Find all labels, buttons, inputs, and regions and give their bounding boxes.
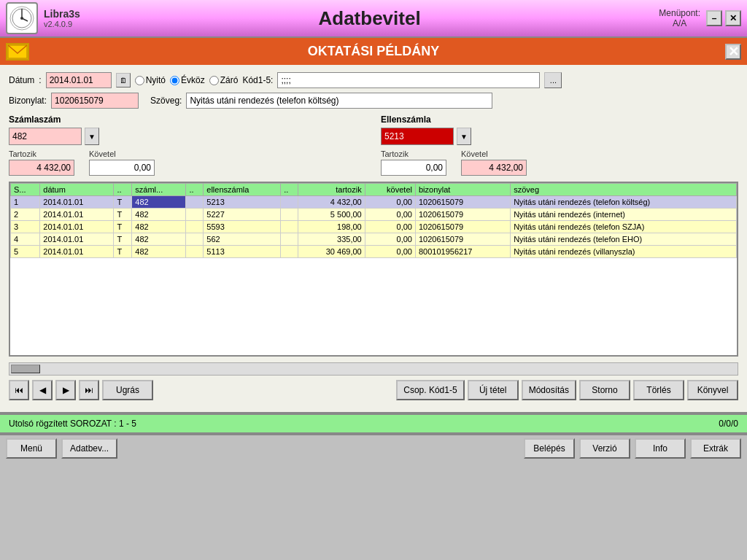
table-cell: 2014.01.01 — [40, 233, 114, 246]
table-cell: 1 — [11, 196, 40, 209]
modositas-button[interactable]: Módosítás — [522, 380, 576, 400]
szamlaszam-label: Számlaszám — [9, 114, 366, 125]
table-cell: 2014.01.01 — [40, 246, 114, 258]
next-button[interactable]: ▶ — [55, 380, 76, 400]
table-cell: Nyitás utáni rendezés (telefon költség) — [511, 196, 737, 209]
table-cell: T — [114, 209, 132, 221]
table-cell: T — [114, 196, 132, 209]
table-header: S... dátum .. száml... .. ellenszámla ..… — [11, 184, 737, 196]
calendar-button[interactable]: 🗓 — [116, 73, 131, 88]
szamlaszam-dropdown[interactable]: ▼ — [85, 128, 99, 145]
table-row[interactable]: 42014.01.01T482562335,000,001020615079Ny… — [11, 233, 737, 246]
kod-label: Kód1-5: — [242, 75, 273, 85]
kod-input[interactable] — [277, 72, 540, 88]
bizony-label: Bizonylat: — [9, 96, 47, 106]
bizony-input[interactable] — [51, 93, 139, 109]
kod-dots-button[interactable]: ... — [544, 72, 562, 88]
table-cell: 30 469,00 — [298, 246, 365, 258]
table-cell: 800101956217 — [415, 246, 510, 258]
menu-button[interactable]: Menü — [6, 438, 57, 459]
tartozik2-input[interactable] — [381, 160, 446, 176]
col-szamla: száml... — [132, 184, 186, 196]
accounts-section: Számlaszám ▼ Tartozik Követel Ellenszáml… — [9, 114, 738, 176]
radio-zaro-label: Záró — [220, 75, 239, 85]
status-counter: 0/0/0 — [719, 419, 738, 429]
datum-input[interactable] — [46, 72, 112, 88]
window-controls: – ✕ — [706, 10, 741, 26]
table-cell: 0,00 — [365, 246, 415, 258]
data-table: S... dátum .. száml... .. ellenszámla ..… — [10, 183, 737, 258]
torles-button[interactable]: Törlés — [633, 380, 684, 400]
info-button[interactable]: Info — [635, 438, 686, 459]
bizonylat-row: Bizonylat: Szöveg: — [9, 93, 738, 109]
table-cell — [186, 233, 204, 246]
table-row[interactable]: 12014.01.01T48252134 432,000,00102061507… — [11, 196, 737, 209]
konyvel-button[interactable]: Könyvel — [687, 380, 738, 400]
table-cell — [281, 233, 298, 246]
ugras-button[interactable]: Ugrás — [102, 380, 153, 400]
ellenszamla-input[interactable] — [381, 128, 454, 145]
verzio-button[interactable]: Verzió — [579, 438, 630, 459]
table-cell — [186, 221, 204, 233]
belepes-button[interactable]: Belépés — [524, 438, 575, 459]
hscroll-thumb[interactable] — [11, 365, 40, 373]
status-bar: Utolsó rögzített SOROZAT : 1 - 5 0/0/0 — [0, 413, 747, 434]
nav-bar: ⏮ ◀ ▶ ⏭ Ugrás Csop. Kód1-5 Új tétel Módo… — [9, 376, 738, 405]
tartozik1-input[interactable] — [9, 160, 74, 176]
table-cell: 335,00 — [298, 233, 365, 246]
szoveg-input[interactable] — [186, 93, 492, 109]
ellenszamla-box: Ellenszámla ▼ Tartozik Követel — [381, 114, 738, 176]
banner-close-button[interactable]: ✕ — [725, 44, 741, 60]
kovet1-input[interactable] — [89, 160, 155, 176]
titlebar: Libra3s v2.4.0.9 Adatbevitel Menüpont: A… — [0, 0, 747, 38]
uj-tetel-button[interactable]: Új tétel — [468, 380, 519, 400]
ellenszamla-dropdown[interactable]: ▼ — [457, 128, 471, 145]
szamlaszam-row: ▼ — [9, 128, 366, 145]
close-button[interactable]: ✕ — [725, 10, 741, 26]
mail-icon — [6, 43, 29, 61]
table-cell: Nyitás utáni rendezés (internet) — [511, 209, 737, 221]
table-cell: 0,00 — [365, 221, 415, 233]
table-cell: T — [114, 246, 132, 258]
radio-zaro[interactable]: Záró — [209, 75, 239, 85]
adatbev-button[interactable]: Adatbev... — [61, 438, 117, 459]
storno-button[interactable]: Storno — [579, 380, 630, 400]
table-cell: 2014.01.01 — [40, 196, 114, 209]
kovet2-label: Követel — [461, 149, 527, 158]
table-cell: 5113 — [204, 246, 281, 258]
table-cell: T — [114, 233, 132, 246]
table-cell: 198,00 — [298, 221, 365, 233]
radio-evkoz[interactable]: Évköz — [170, 75, 205, 85]
kovet2-group: Követel — [461, 149, 527, 176]
csop-kod-button[interactable]: Csop. Kód1-5 — [396, 380, 464, 400]
radio-nyito[interactable]: Nyitó — [135, 75, 166, 85]
radio-evkoz-label: Évköz — [181, 75, 205, 85]
minimize-button[interactable]: – — [706, 10, 722, 26]
kovet1-group: Követel — [89, 149, 155, 176]
table-cell: 482 — [132, 209, 186, 221]
table-cell: 1020615079 — [415, 233, 510, 246]
table-row[interactable]: 22014.01.01T48252275 500,000,00102061507… — [11, 209, 737, 221]
kovet2-input[interactable] — [461, 160, 527, 176]
col-ellenszamla: ellenszámla — [204, 184, 281, 196]
app-logo — [6, 2, 38, 34]
prev-button[interactable]: ◀ — [32, 380, 53, 400]
table-row[interactable]: 52014.01.01T482511330 469,000,0080010195… — [11, 246, 737, 258]
extrak-button[interactable]: Extrák — [690, 438, 741, 459]
last-button[interactable]: ⏭ — [79, 380, 99, 400]
datum-label: Dátum — [9, 75, 34, 85]
table-cell: 5593 — [204, 221, 281, 233]
col-kovet: követel — [365, 184, 415, 196]
szamlaszam-input[interactable] — [9, 128, 82, 145]
ellenszamla-label: Ellenszámla — [381, 114, 738, 125]
table-row[interactable]: 32014.01.01T4825593198,000,001020615079N… — [11, 221, 737, 233]
table-cell — [281, 209, 298, 221]
first-button[interactable]: ⏮ — [9, 380, 29, 400]
orange-banner: OKTATÁSI PÉLDÁNY ✕ — [0, 38, 747, 65]
table-cell: 1020615079 — [415, 221, 510, 233]
period-radio-group: Nyitó Évköz Záró — [135, 75, 239, 85]
hscroll-area[interactable] — [9, 362, 738, 376]
tartozik2-group: Tartozik — [381, 149, 446, 176]
table-cell — [281, 221, 298, 233]
datum-row: Dátum : 🗓 Nyitó Évköz Záró Kód1-5: ... — [9, 72, 738, 88]
